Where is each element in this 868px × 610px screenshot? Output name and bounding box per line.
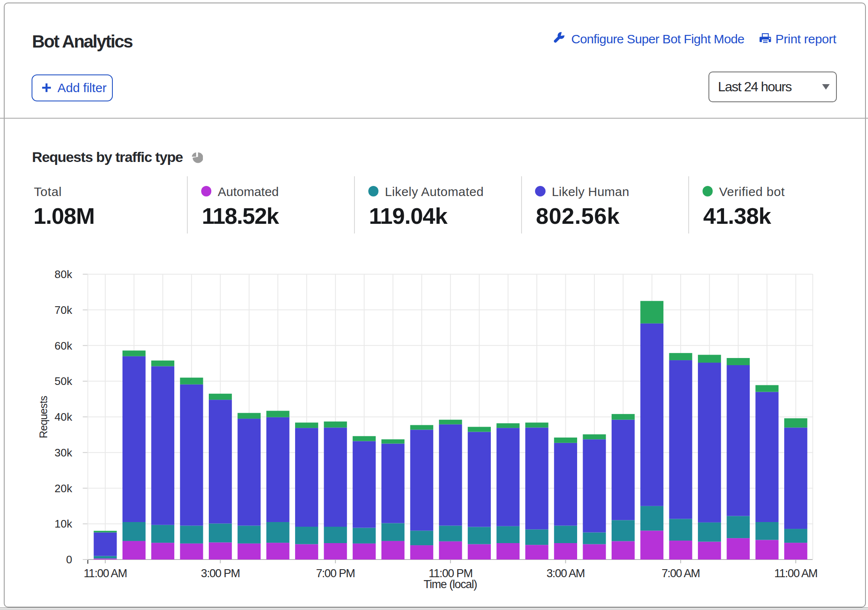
- svg-text:Time (local): Time (local): [423, 578, 477, 591]
- svg-text:60k: 60k: [54, 339, 72, 352]
- svg-text:70k: 70k: [54, 304, 72, 316]
- svg-text:3:00 AM: 3:00 AM: [546, 567, 585, 580]
- svg-text:3:00 PM: 3:00 PM: [201, 567, 240, 580]
- svg-text:80k: 80k: [54, 268, 72, 281]
- svg-text:10k: 10k: [54, 517, 72, 530]
- svg-text:11:00 AM: 11:00 AM: [84, 567, 127, 580]
- svg-text:11:00 AM: 11:00 AM: [774, 567, 817, 580]
- svg-text:7:00 AM: 7:00 AM: [662, 567, 700, 580]
- svg-text:Requests: Requests: [37, 396, 49, 438]
- svg-text:30k: 30k: [54, 446, 72, 459]
- svg-text:50k: 50k: [54, 375, 72, 387]
- svg-text:7:00 PM: 7:00 PM: [316, 567, 355, 580]
- svg-text:20k: 20k: [54, 482, 72, 495]
- svg-text:0: 0: [66, 553, 72, 566]
- svg-text:40k: 40k: [54, 411, 72, 423]
